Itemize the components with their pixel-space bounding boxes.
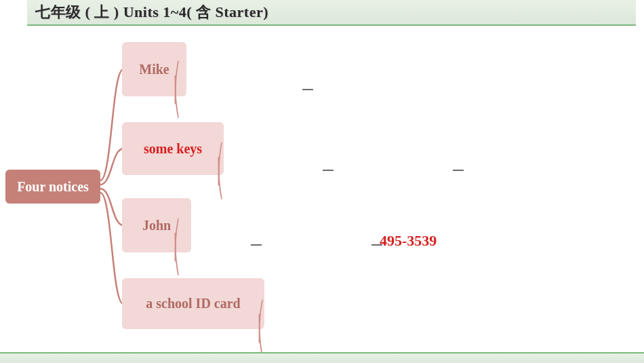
child-label: a school ID card bbox=[146, 296, 240, 311]
blank-underline bbox=[453, 170, 464, 171]
page-title: 七年级 ( 上 ) Units 1~4( 含 Starter) bbox=[35, 2, 268, 22]
header-bar: 七年级 ( 上 ) Units 1~4( 含 Starter) bbox=[27, 0, 636, 26]
child-label: some keys bbox=[144, 141, 202, 157]
child-node-some-keys: some keys bbox=[122, 122, 224, 175]
blank-underline bbox=[302, 89, 313, 90]
child-label: John bbox=[142, 218, 171, 233]
root-label: Four notices bbox=[17, 179, 89, 195]
blank-underline bbox=[323, 170, 334, 171]
child-node-school-id: a school ID card bbox=[122, 278, 264, 329]
child-node-john: John bbox=[122, 198, 191, 252]
phone-number: 495-3539 bbox=[380, 232, 437, 250]
footer-bar bbox=[0, 352, 644, 363]
brace-icon: ⎛ ⎝ bbox=[217, 157, 224, 187]
brace-icon: ⎛ ⎝ bbox=[174, 76, 180, 105]
brace-icon: ⎛ ⎝ bbox=[174, 233, 180, 263]
blank-underline bbox=[251, 244, 262, 246]
root-node: Four notices bbox=[5, 170, 100, 204]
child-label: Mike bbox=[139, 62, 169, 77]
brace-icon: ⎛ ⎝ bbox=[258, 315, 264, 344]
